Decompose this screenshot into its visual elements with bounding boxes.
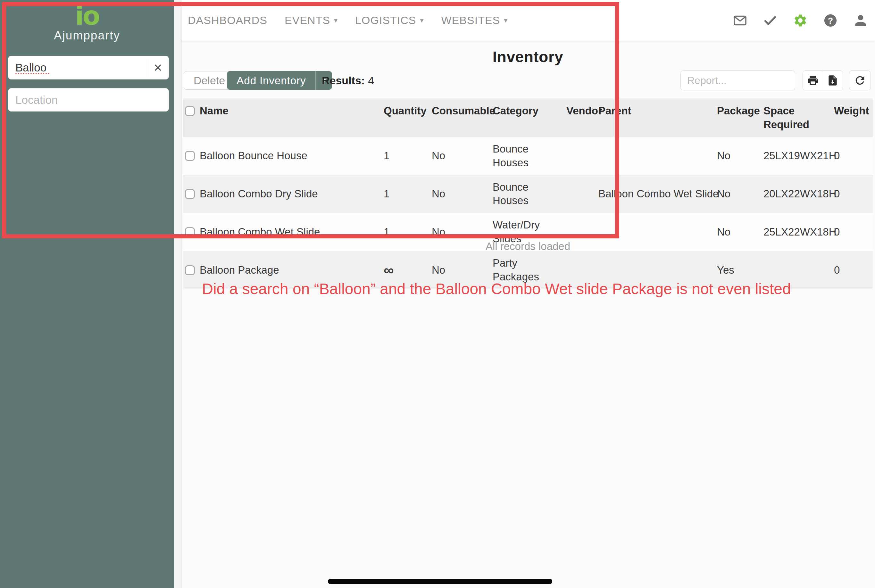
space-required-cell: 20LX22WX18H bbox=[761, 182, 832, 206]
spellcheck-underline bbox=[15, 73, 50, 74]
space-required-cell bbox=[761, 265, 832, 275]
nav-item-events[interactable]: EVENTS ▾ bbox=[285, 14, 338, 27]
table-row[interactable]: Balloon Bounce House 1 No Bounce Houses … bbox=[183, 137, 873, 175]
chevron-down-icon: ▾ bbox=[504, 17, 508, 24]
nav-item-logistics[interactable]: LOGISTICS ▾ bbox=[355, 14, 424, 27]
add-inventory-split-button[interactable]: Add Inventory ▾ bbox=[227, 71, 332, 90]
parent-cell bbox=[596, 227, 715, 237]
name-cell: Balloon Combo Dry Slide bbox=[183, 182, 382, 206]
weight-cell: 0 bbox=[832, 144, 873, 168]
parent-cell bbox=[596, 151, 715, 161]
gear-icon[interactable] bbox=[793, 13, 808, 28]
weight-cell: 0 bbox=[832, 182, 873, 206]
category-cell: Bounce Houses bbox=[491, 137, 564, 175]
consumable-cell: No bbox=[430, 144, 491, 168]
annotation-text: Did a search on “Balloon” and the Balloo… bbox=[202, 280, 791, 298]
item-name: Balloon Combo Dry Slide bbox=[200, 187, 318, 201]
package-cell: Yes bbox=[715, 258, 761, 282]
quantity-cell: 1 bbox=[382, 144, 430, 168]
column-header-category[interactable]: Category bbox=[491, 99, 564, 123]
chevron-down-icon: ▾ bbox=[420, 17, 424, 24]
row-checkbox[interactable] bbox=[185, 151, 195, 161]
nav-label: DASHBOARDS bbox=[188, 14, 267, 27]
user-icon[interactable] bbox=[853, 13, 868, 28]
vendor-cell bbox=[564, 265, 596, 275]
item-name: Balloon Combo Wet Slide bbox=[200, 225, 320, 239]
refresh-button[interactable] bbox=[849, 70, 871, 90]
quantity-cell: ∞ bbox=[382, 259, 430, 281]
parent-cell bbox=[596, 265, 715, 275]
column-header-consumable[interactable]: Consumable bbox=[430, 99, 491, 123]
results-count: Results: 4 bbox=[322, 71, 374, 90]
location-input[interactable] bbox=[8, 88, 169, 111]
vendor-cell bbox=[564, 227, 596, 237]
svg-text:?: ? bbox=[828, 16, 833, 26]
consumable-cell: No bbox=[430, 258, 491, 282]
column-header-package[interactable]: Package bbox=[715, 99, 761, 123]
nav-label: LOGISTICS bbox=[355, 14, 416, 27]
select-all-checkbox[interactable] bbox=[185, 106, 195, 116]
quantity-cell: 1 bbox=[382, 182, 430, 206]
parent-cell: Balloon Combo Wet Slide bbox=[596, 182, 715, 206]
column-header-name[interactable]: Name bbox=[183, 99, 382, 123]
table-row[interactable]: Balloon Combo Dry Slide 1 No Bounce Hous… bbox=[183, 175, 873, 213]
add-inventory-button[interactable]: Add Inventory bbox=[227, 71, 315, 90]
top-navigation-bar: DASHBOARDS EVENTS ▾ LOGISTICS ▾ WEBSITES… bbox=[182, 0, 875, 41]
export-file-button[interactable] bbox=[823, 71, 843, 90]
mail-icon[interactable] bbox=[733, 13, 747, 28]
column-label: Name bbox=[200, 104, 228, 118]
item-name: Balloon Bounce House bbox=[200, 149, 308, 163]
nav-label: WEBSITES bbox=[441, 14, 500, 27]
page-title: Inventory bbox=[183, 48, 873, 66]
toolbar: Delete Add Inventory ▾ Results: 4 bbox=[182, 71, 875, 91]
inventory-search-field: × bbox=[8, 56, 169, 80]
item-name: Balloon Package bbox=[200, 263, 279, 277]
package-cell: No bbox=[715, 144, 761, 168]
consumable-cell: No bbox=[430, 182, 491, 206]
refresh-icon bbox=[854, 74, 866, 87]
nav-item-websites[interactable]: WEBSITES ▾ bbox=[441, 14, 508, 27]
nav-label: EVENTS bbox=[285, 14, 330, 27]
search-input[interactable] bbox=[8, 56, 169, 79]
inventory-table: Name Quantity Consumable Category Vendor… bbox=[183, 99, 873, 290]
help-icon[interactable]: ? bbox=[823, 13, 838, 28]
row-checkbox[interactable] bbox=[185, 227, 195, 237]
column-header-weight[interactable]: Weight bbox=[832, 99, 873, 123]
home-indicator-bar[interactable] bbox=[328, 579, 552, 584]
chevron-down-icon: ▾ bbox=[334, 17, 338, 24]
table-body: Balloon Bounce House 1 No Bounce Houses … bbox=[183, 137, 873, 290]
sidebar: io Ajumpparty × bbox=[0, 0, 174, 588]
package-cell: No bbox=[715, 182, 761, 206]
all-records-loaded-status: All records loaded bbox=[183, 240, 873, 252]
primary-nav: DASHBOARDS EVENTS ▾ LOGISTICS ▾ WEBSITES… bbox=[182, 14, 508, 27]
logo-label: Ajumpparty bbox=[0, 29, 174, 42]
column-header-space-required[interactable]: Space Required bbox=[761, 99, 832, 137]
nav-item-dashboards[interactable]: DASHBOARDS bbox=[188, 14, 267, 27]
table-header-row: Name Quantity Consumable Category Vendor… bbox=[183, 99, 873, 137]
report-input[interactable] bbox=[680, 70, 795, 90]
row-checkbox[interactable] bbox=[185, 189, 195, 199]
results-label: Results: bbox=[322, 74, 365, 87]
weight-cell: 0 bbox=[832, 258, 873, 282]
column-header-quantity[interactable]: Quantity bbox=[382, 99, 430, 123]
category-cell: Bounce Houses bbox=[491, 175, 564, 213]
name-cell: Balloon Package bbox=[183, 258, 382, 282]
clear-search-button[interactable]: × bbox=[147, 58, 169, 76]
print-button[interactable] bbox=[803, 71, 823, 90]
report-tools-group bbox=[803, 70, 843, 90]
logo-io-icon: io bbox=[0, 3, 174, 30]
row-checkbox[interactable] bbox=[185, 266, 195, 275]
results-value: 4 bbox=[368, 74, 374, 87]
space-required-cell: 25LX19WX21H bbox=[761, 144, 832, 168]
column-header-vendor[interactable]: Vendor bbox=[564, 99, 596, 123]
print-icon bbox=[807, 74, 819, 87]
name-cell: Balloon Bounce House bbox=[183, 144, 382, 168]
vendor-cell bbox=[564, 151, 596, 161]
vendor-cell bbox=[564, 189, 596, 199]
check-icon[interactable] bbox=[763, 13, 777, 28]
top-right-icons: ? bbox=[733, 0, 868, 41]
column-header-parent[interactable]: Parent bbox=[596, 99, 715, 123]
location-filter-field bbox=[8, 88, 169, 111]
export-file-icon bbox=[827, 74, 839, 87]
app-logo[interactable]: io Ajumpparty bbox=[0, 3, 174, 42]
